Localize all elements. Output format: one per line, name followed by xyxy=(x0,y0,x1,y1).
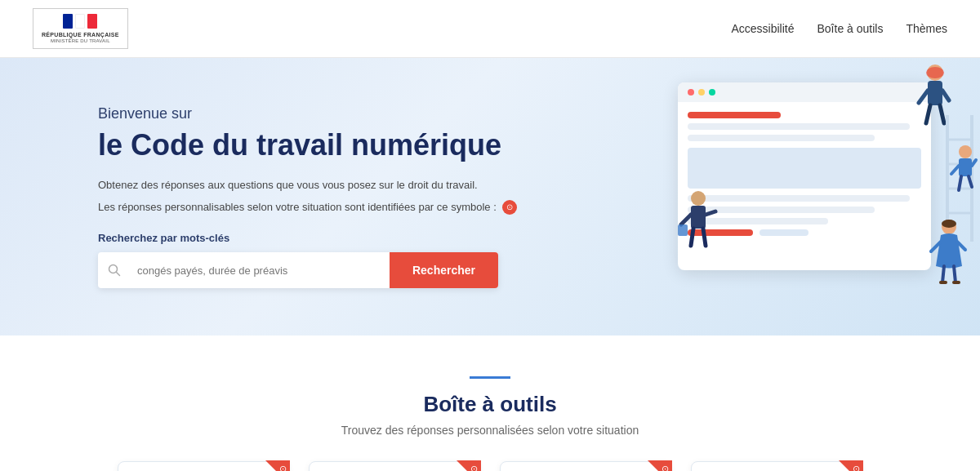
badge-icon-4: ⊙ xyxy=(853,464,860,471)
svg-point-3 xyxy=(926,67,944,78)
nav-themes[interactable]: Thèmes xyxy=(906,22,947,35)
tools-cards: ⊙ Convention collective ⊙ xyxy=(33,461,947,471)
svg-rect-16 xyxy=(959,158,972,176)
svg-line-17 xyxy=(951,166,959,174)
flag-white xyxy=(75,14,85,29)
header: RÉPUBLIQUE FRANÇAISE MINISTÈRE DU TRAVAI… xyxy=(0,0,980,58)
tools-divider xyxy=(470,376,510,379)
badge-icon-2: ⊙ xyxy=(470,464,478,471)
svg-point-21 xyxy=(691,191,706,206)
tool-card-preavis[interactable]: ⊙ Préavis de démission xyxy=(309,461,480,471)
tool-badge-3: ⊙ xyxy=(648,460,672,471)
svg-line-5 xyxy=(919,91,928,103)
nav-accessibility[interactable]: Accessibilité xyxy=(731,22,794,35)
hero-desc2: Les réponses personnalisables selon votr… xyxy=(98,199,517,216)
search-label: Recherchez par mots-clés xyxy=(98,232,517,244)
svg-rect-35 xyxy=(952,281,960,284)
mock-line-1 xyxy=(688,123,910,130)
svg-rect-22 xyxy=(691,206,706,229)
figure-lower-left xyxy=(670,189,735,295)
svg-point-15 xyxy=(959,145,972,158)
tool-badge-1: ⊙ xyxy=(265,460,290,471)
tool-badge-2: ⊙ xyxy=(457,460,481,471)
search-icon xyxy=(98,264,131,277)
badge-icon-3: ⊙ xyxy=(662,464,669,471)
search-bar: Rechercher xyxy=(98,252,498,288)
browser-dot-green xyxy=(709,89,715,96)
logo-text-republic: RÉPUBLIQUE FRANÇAISE xyxy=(42,32,119,38)
svg-rect-34 xyxy=(939,281,947,284)
mock-btn-2 xyxy=(760,229,808,236)
svg-rect-27 xyxy=(678,224,688,236)
tool-card-convention[interactable]: ⊙ Convention collective xyxy=(118,461,289,471)
tool-card-salaire[interactable]: ⊙ Salaire brut/net xyxy=(500,461,671,471)
logo-area: RÉPUBLIQUE FRANÇAISE MINISTÈRE DU TRAVAI… xyxy=(33,8,128,49)
mock-line-2 xyxy=(688,135,875,141)
flag-blue xyxy=(63,14,73,29)
svg-line-24 xyxy=(706,211,715,215)
mock-block xyxy=(688,148,921,189)
logo-flag xyxy=(63,14,97,29)
hero-illustration xyxy=(637,58,980,335)
svg-line-7 xyxy=(926,105,930,123)
figure-woman xyxy=(923,217,976,315)
search-input[interactable] xyxy=(131,253,390,288)
nav-toolbox[interactable]: Boîte à outils xyxy=(817,22,883,35)
browser-dot-red xyxy=(688,89,694,96)
svg-line-32 xyxy=(942,266,944,282)
tool-card-modeles[interactable]: ⊙ Modèles de documents xyxy=(691,461,862,471)
mock-line-accent xyxy=(688,112,781,118)
svg-point-29 xyxy=(942,220,956,228)
flag-red xyxy=(87,14,97,29)
hero-content: Bienvenue sur le Code du travail numériq… xyxy=(98,105,517,289)
hero-section: Bienvenue sur le Code du travail numériq… xyxy=(0,58,980,335)
svg-rect-4 xyxy=(928,81,942,105)
svg-line-23 xyxy=(681,215,691,224)
svg-line-33 xyxy=(954,266,956,282)
hero-title: le Code du travail numérique xyxy=(98,127,517,162)
svg-line-1 xyxy=(117,273,120,276)
svg-line-26 xyxy=(703,229,706,246)
badge-icon-1: ⊙ xyxy=(279,464,287,471)
personalization-symbol: ⊙ xyxy=(502,200,517,215)
hero-welcome: Bienvenue sur xyxy=(98,105,517,122)
tools-title: Boîte à outils xyxy=(33,392,947,417)
svg-line-25 xyxy=(691,229,693,246)
svg-line-6 xyxy=(942,91,949,100)
browser-dot-yellow xyxy=(698,89,705,96)
tool-badge-4: ⊙ xyxy=(839,460,863,471)
search-button[interactable]: Rechercher xyxy=(390,252,498,288)
hero-desc1: Obtenez des réponses aux questions que v… xyxy=(98,177,517,194)
tools-section: Boîte à outils Trouvez des réponses pers… xyxy=(0,335,980,471)
logo-text-ministry: MINISTÈRE DU TRAVAIL xyxy=(51,38,110,43)
nav: Accessibilité Boîte à outils Thèmes xyxy=(731,22,947,35)
logo-box: RÉPUBLIQUE FRANÇAISE MINISTÈRE DU TRAVAI… xyxy=(33,8,128,49)
tools-subtitle: Trouvez des réponses personnalisées selo… xyxy=(33,424,947,437)
